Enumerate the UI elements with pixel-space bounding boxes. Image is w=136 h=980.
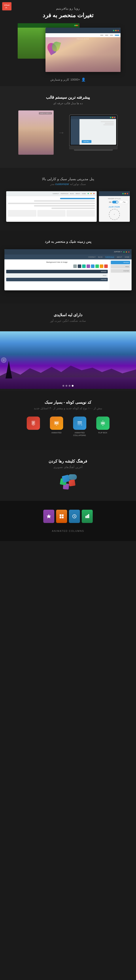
feature-animated: ANIMATED: [47, 417, 66, 437]
code-title: کد نویسی کوتاه - بسیار سبک: [5, 400, 131, 405]
slider-container: ‹: [0, 331, 136, 389]
toggle-on-label: ON: [109, 201, 111, 203]
preview-footer-bar: FOOTER: [6, 278, 108, 281]
slider-arrow-left[interactable]: ‹: [1, 358, 6, 363]
swatch-gray[interactable]: [73, 264, 77, 268]
laptop-sidebar: [71, 119, 79, 145]
cust-section-label: Header Styles: [101, 198, 128, 199]
website-title: فرهنگ کلیشه رها کردن: [5, 459, 131, 464]
section-background: پس زمینه شیک و منحصر به فرد ✦ JUPITER HO…: [0, 231, 136, 299]
preview-page-bar: PAGE: [6, 274, 108, 277]
tree-left: [6, 361, 12, 379]
user-count: 👤 +10000 کاربر و شمارش: [51, 78, 86, 82]
customizer-title: پنل مدیریتی بسیار سبک و کارایی بالا: [5, 177, 131, 181]
svg-rect-3: [77, 423, 82, 424]
advanced-subtitle: ده ها مدل قالب حرفه ای: [5, 102, 131, 105]
animated-collapsing-label: ANIMATEDCOLLAPSING: [73, 431, 86, 437]
website-subtitle: آخرین آهنگ‌های تصویری: [5, 465, 131, 469]
slider-subtitle: ساده، شگفت انگیز، حیرت آور: [5, 319, 131, 323]
svg-rect-15: [62, 517, 63, 518]
dot-green: [74, 25, 76, 26]
preview-bar-3: [8, 203, 95, 204]
bg-sidebar-page[interactable]: PAGE: [111, 265, 130, 269]
swatch-orange[interactable]: [100, 264, 103, 268]
feature-flip-box: FLIP BOX: [93, 417, 113, 437]
laptop-body: INSTALL: [71, 119, 116, 145]
website-logo: [59, 474, 77, 492]
flip-box-label: FLIP BOX: [98, 431, 107, 434]
customizer-subtitle: سبک نواورانه customizer مدر: [5, 182, 131, 186]
swatch-teal[interactable]: [82, 264, 85, 268]
section-website: فرهنگ کلیشه رها کردن آخرین آهنگ‌های تصوی…: [0, 450, 136, 501]
swatch-green[interactable]: [95, 264, 99, 268]
swatch-dark[interactable]: [78, 264, 81, 268]
install-btn[interactable]: INSTALL: [82, 140, 92, 143]
slider-dots: [62, 385, 74, 387]
nav-blog-2: BLOG: [98, 256, 103, 258]
nav-contact-2: CONTACT: [88, 256, 96, 258]
swatch-blue[interactable]: [91, 264, 95, 268]
nav-about-2: ABOUT: [117, 256, 122, 258]
tag-icon: [27, 417, 40, 430]
bg-color-picker: [6, 264, 108, 268]
fashion-overlay-text: SAMPLE DISPLAY: [39, 112, 52, 115]
bg-sidebar-footer[interactable]: FOOTER: [111, 269, 130, 273]
preview-bar-2: [34, 200, 95, 202]
face-image: PRAESIDIKE: [46, 37, 120, 72]
nav-dot-2: [105, 35, 108, 36]
dot-3[interactable]: [66, 385, 67, 387]
hero-subtitle: رویا رو بیافرینیم: [5, 6, 131, 10]
nav-contact: CONTACT: [53, 193, 59, 194]
slider-bg: ‹: [0, 331, 136, 389]
dot-2[interactable]: [69, 385, 70, 387]
bg-sidebar-header[interactable]: HEADER: [111, 261, 130, 264]
svg-rect-8: [85, 516, 87, 518]
cust-select-box[interactable]: Pag...: [119, 200, 128, 204]
svg-rect-4: [77, 425, 81, 425]
cube-3d: [59, 474, 77, 492]
customizer-left-panel: Header Styles Pag... ON JUPITER ✓: [99, 191, 130, 222]
features-grid: FLIP BOX ANIMATEDCOLLAPSING: [5, 417, 131, 437]
laptop-mockup: INSTALL: [69, 115, 118, 151]
nav-portfolio: PORTFOLIO: [61, 193, 68, 194]
svg-rect-1: [101, 422, 104, 424]
hero-title: تغیرات منحصر به فرد: [5, 12, 131, 19]
arrow-right-icon: →: [58, 129, 65, 136]
animated-columns-label: ANIMATED COLUMNS: [5, 530, 131, 532]
bg-content: HEADER PAGE FOOTER Background Color & Im…: [5, 259, 131, 290]
advanced-display: INSTALL: [5, 110, 131, 155]
nav-dot-active: [115, 35, 119, 36]
preview-bar-1: [60, 198, 95, 199]
nav-blog: BLOG: [70, 193, 74, 194]
bg-topbar: ✦ JUPITER: [5, 249, 131, 255]
section-animated-columns: ANIMATED COLUMNS: [0, 501, 136, 541]
feature-tag: [24, 417, 43, 437]
bg-panel-title: Background Color & Image: [6, 261, 108, 263]
preview-header-bar: HEADER: [6, 270, 108, 273]
col-icon-1: [82, 510, 93, 523]
dot-1[interactable]: [72, 385, 74, 387]
jupiter-logo: JUPITER: [101, 205, 128, 209]
feature-animated-collapsing: ANIMATEDCOLLAPSING: [70, 417, 90, 437]
animated-icon: [50, 417, 63, 430]
slider-title: دارای لبه اسلایدی: [5, 312, 131, 317]
dot-4[interactable]: [62, 385, 64, 387]
svg-rect-13: [62, 514, 63, 516]
bg-title: پس زمینه شیک و منحصر به فرد: [5, 239, 131, 244]
water-reflection: [0, 377, 136, 389]
bg-customizer: ✦ JUPITER HOME ABOUT PORTFOLIO BLOG CONT…: [5, 249, 131, 290]
preview-bar-4: [34, 205, 95, 207]
bg-brand: ✦ JUPITER: [114, 251, 122, 253]
cust-toggle-on[interactable]: [112, 201, 119, 204]
customizer-preview-body: [6, 196, 97, 218]
user-icon: 👤: [81, 78, 85, 82]
section-advanced: پیشرفته ترین سیستم قالب ده ها مدل قالب ح…: [0, 86, 136, 168]
customizer-right-panel: HOME ABOUT BLOG PORTFOLIO CONTACT: [6, 191, 97, 222]
hero-screens: PRAESIDIKE: [5, 23, 131, 72]
swatch-purple[interactable]: [87, 264, 90, 268]
advanced-title: پیشرفته ترین سیستم قالب: [5, 95, 131, 100]
animated-columns-preview: [5, 505, 131, 527]
screen-main: PRAESIDIKE: [46, 28, 120, 72]
svg-point-7: [55, 422, 56, 423]
swatch-red[interactable]: [104, 264, 108, 268]
